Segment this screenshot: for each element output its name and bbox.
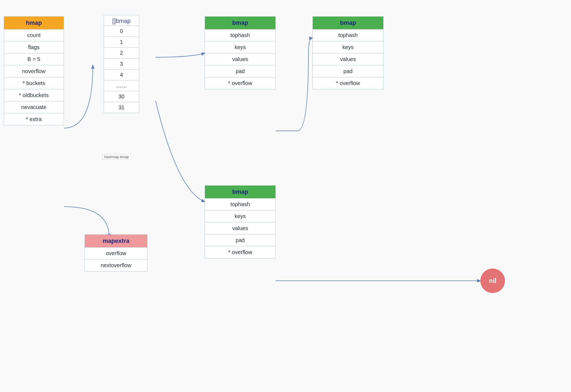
bmap1-field-4: * overflow xyxy=(205,77,275,89)
bmap3-field-0: tophash xyxy=(205,198,275,210)
bmap3-box: bmap tophash keys values pad * overflow xyxy=(205,185,276,258)
bmap3-field-4: * overflow xyxy=(205,246,275,258)
bmap1-box: bmap tophash keys values pad * overflow xyxy=(205,16,276,89)
array-row-31: 31 xyxy=(104,102,139,113)
hmap-box: hmap count flags B = 5 noverflow * bucke… xyxy=(4,16,64,125)
array-row-2: 2 xyxy=(104,47,139,58)
arrows-svg xyxy=(0,0,571,392)
bmap1-field-1: keys xyxy=(205,41,275,53)
hmap-field-0: count xyxy=(4,29,64,41)
bmap1-field-3: pad xyxy=(205,65,275,77)
nil-circle: nil xyxy=(480,269,505,293)
diagram-container: hmap count flags B = 5 noverflow * bucke… xyxy=(0,0,571,392)
bmap3-title: bmap xyxy=(205,186,275,198)
bmap2-title: bmap xyxy=(313,17,383,29)
bmap1-field-2: values xyxy=(205,53,275,65)
hmap-field-6: nevacuate xyxy=(4,101,64,113)
array-row-30: 30 xyxy=(104,91,139,102)
tooltip-label: hashmap bmap xyxy=(102,154,131,160)
array-row-4: 4 xyxy=(104,69,139,80)
hmap-field-7: * extra xyxy=(4,113,64,125)
bmap2-field-4: * overflow xyxy=(313,77,383,89)
nil-label: nil xyxy=(489,277,496,285)
bmap2-field-0: tophash xyxy=(313,29,383,41)
bmap3-field-3: pad xyxy=(205,234,275,246)
bmap2-box: bmap tophash keys values pad * overflow xyxy=(313,16,383,89)
bmap2-field-1: keys xyxy=(313,41,383,53)
array-box: []bmap 0 1 2 3 4 …… 30 31 xyxy=(104,15,139,113)
hmap-field-3: noverflow xyxy=(4,65,64,77)
bmap1-title: bmap xyxy=(205,17,275,29)
array-label: []bmap xyxy=(104,15,139,26)
array-row-3: 3 xyxy=(104,58,139,69)
array-row-dots: …… xyxy=(104,80,139,91)
hmap-field-4: * buckets xyxy=(4,77,64,89)
bmap3-field-1: keys xyxy=(205,210,275,222)
mapextra-field-0: overflow xyxy=(85,247,147,259)
hmap-field-2: B = 5 xyxy=(4,53,64,65)
array-row-1: 1 xyxy=(104,37,139,47)
bmap1-field-0: tophash xyxy=(205,29,275,41)
mapextra-box: mapextra overflow nextoverflow xyxy=(85,234,147,272)
bmap2-field-2: values xyxy=(313,53,383,65)
hmap-field-5: * oldbuckets xyxy=(4,89,64,101)
array-row-0: 0 xyxy=(104,26,139,37)
hmap-field-1: flags xyxy=(4,41,64,53)
bmap2-field-3: pad xyxy=(313,65,383,77)
bmap3-field-2: values xyxy=(205,222,275,234)
mapextra-title: mapextra xyxy=(85,235,147,247)
hmap-title: hmap xyxy=(4,17,64,29)
mapextra-field-1: nextoverflow xyxy=(85,259,147,271)
